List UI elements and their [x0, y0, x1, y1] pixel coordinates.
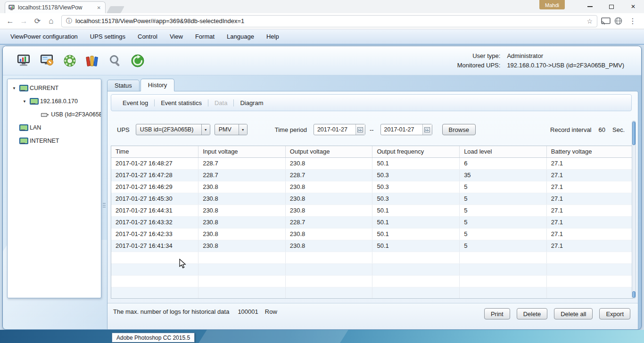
ups-select-value: USB id=(2F3A065B)	[136, 126, 198, 133]
date-from-input[interactable]	[314, 124, 355, 135]
history-table-body: 2017-01-27 16:48:27228.7230.850.1627.120…	[111, 157, 634, 299]
reload-button[interactable]: ⟳	[31, 15, 44, 27]
tree-item-label: 192.168.0.170	[40, 98, 78, 105]
export-button[interactable]: Export	[599, 308, 630, 319]
delete-all-button[interactable]: Delete all	[554, 308, 593, 319]
expand-arrow-icon[interactable]: ▼	[11, 86, 17, 90]
tab-status[interactable]: Status	[107, 80, 140, 91]
minimize-button[interactable]	[579, 0, 601, 13]
menu-item-language[interactable]: Language	[227, 33, 254, 40]
table-cell: 228.7	[285, 169, 372, 181]
new-tab-button[interactable]	[107, 6, 124, 13]
date-to-input[interactable]	[381, 124, 422, 135]
column-header-time[interactable]: Time	[111, 146, 198, 157]
extension-icon[interactable]	[614, 17, 622, 25]
print-button[interactable]: Print	[484, 308, 510, 319]
settings-gear-icon[interactable]	[63, 54, 76, 67]
table-cell: 6	[460, 157, 547, 169]
table-row[interactable]: 2017-01-27 16:45:30230.8230.850.3527.1	[111, 193, 634, 204]
menu-item-viewpower-configuration[interactable]: ViewPower configuration	[10, 33, 78, 40]
table-cell: 27.1	[546, 169, 634, 181]
column-header-battery-voltage[interactable]: Battery voltage	[546, 146, 634, 157]
table-row[interactable]: 2017-01-27 16:47:28228.7228.750.33527.1	[111, 169, 634, 181]
tree-item-usb-id-2f3a065b-p[interactable]: USB (Id=2F3A065B_P	[8, 108, 101, 121]
tab-close-icon[interactable]: ✕	[96, 4, 102, 11]
refresh-icon[interactable]	[131, 54, 145, 68]
scrollbar-bottom-cap[interactable]	[632, 291, 636, 298]
browse-button[interactable]: Browse	[442, 124, 476, 135]
delete-button[interactable]: Delete	[517, 308, 548, 319]
subtab-data: Data	[208, 99, 233, 106]
calendar-button[interactable]	[422, 124, 432, 135]
table-header-row: TimeInput voltageOutput voltageOutput fr…	[111, 146, 634, 157]
chevron-down-icon[interactable]: ▼	[239, 124, 247, 135]
url-box[interactable]: ⓘ localhost:15178/ViewPower/#app=369&98d…	[61, 15, 597, 27]
table-row[interactable]: 2017-01-27 16:48:27228.7230.850.1627.1	[111, 157, 634, 169]
vertical-scrollbar[interactable]	[632, 121, 636, 299]
column-header-output-voltage[interactable]: Output voltage	[285, 146, 372, 157]
subtab-event-log[interactable]: Event log	[116, 99, 154, 106]
tree-splitter-handle[interactable]	[103, 197, 106, 213]
scrollbar-thumb[interactable]	[632, 122, 636, 145]
table-cell	[372, 275, 460, 287]
monitor-icon	[19, 138, 27, 144]
menu-item-control[interactable]: Control	[138, 33, 157, 40]
table-row-empty	[111, 275, 634, 287]
forward-button[interactable]: →	[17, 15, 30, 27]
menu-item-help[interactable]: Help	[266, 33, 279, 40]
monitor-config-icon[interactable]	[40, 54, 54, 67]
bookmark-star-icon[interactable]: ☆	[586, 17, 593, 25]
column-header-load-level[interactable]: Load level	[460, 146, 547, 157]
expand-arrow-icon[interactable]: ▼	[22, 99, 27, 104]
table-cell: 228.7	[198, 157, 286, 169]
table-cell	[372, 263, 460, 275]
table-cell: 5	[460, 204, 547, 216]
desktop-strip	[0, 330, 644, 343]
page-info-icon[interactable]: ⓘ	[66, 17, 72, 25]
table-row[interactable]: 2017-01-27 16:46:29230.8230.850.3527.1	[111, 181, 634, 193]
chevron-down-icon[interactable]: ▼	[201, 124, 210, 135]
table-row[interactable]: 2017-01-27 16:43:32230.8228.750.1527.1	[111, 216, 634, 228]
table-cell: 27.1	[546, 240, 634, 252]
close-button[interactable]: ✕	[622, 0, 644, 13]
monitored-ups-value: 192.168.0.170->USB (id=2F3A065B_PMV)	[507, 62, 624, 69]
tree-item-lan[interactable]: LAN	[8, 121, 101, 134]
minimize-icon	[587, 6, 593, 7]
column-header-output-frequency[interactable]: Output frequency	[372, 146, 460, 157]
close-icon: ✕	[631, 3, 636, 10]
monitor-icon	[19, 85, 27, 91]
search-icon[interactable]	[108, 54, 122, 67]
table-row[interactable]: 2017-01-27 16:44:31230.8230.850.1527.1	[111, 204, 634, 216]
table-row[interactable]: 2017-01-27 16:41:34230.8230.850.1527.1	[111, 240, 634, 252]
monitored-ups-label: Monitored UPS:	[457, 62, 501, 69]
reports-icon[interactable]	[85, 54, 99, 67]
tab-history[interactable]: History	[140, 79, 174, 91]
menu-item-view[interactable]: View	[170, 33, 183, 40]
history-subtabs: Event logEvent statisticsDataDiagram	[111, 94, 632, 111]
maximize-button[interactable]	[601, 0, 622, 13]
chrome-profile-badge[interactable]: Mahdi	[539, 0, 565, 9]
cast-icon[interactable]	[601, 17, 611, 24]
tree-item-internet[interactable]: INTERNET	[8, 134, 101, 147]
column-header-input-voltage[interactable]: Input voltage	[198, 146, 286, 157]
subtab-diagram[interactable]: Diagram	[234, 99, 269, 106]
calendar-button[interactable]	[355, 124, 365, 135]
chrome-menu-icon[interactable]: ⋮	[626, 16, 639, 25]
browser-tab[interactable]: localhost:15178/ViewPow ✕	[5, 1, 106, 13]
tree-item-192-168-0-170[interactable]: ▼192.168.0.170	[8, 95, 101, 108]
max-logs-value: 100001	[238, 308, 258, 315]
table-cell	[460, 275, 547, 287]
table-cell	[546, 275, 634, 287]
table-row[interactable]: 2017-01-27 16:42:33230.8230.850.1527.1	[111, 228, 634, 240]
ups-select[interactable]: USB id=(2F3A065B) ▼	[136, 124, 210, 135]
back-button[interactable]: ←	[4, 15, 17, 27]
subtab-event-statistics[interactable]: Event statistics	[155, 99, 208, 106]
date-range-separator: --	[370, 126, 374, 133]
menu-item-format[interactable]: Format	[195, 33, 215, 40]
tree-item-current[interactable]: ▼CURRENT	[8, 82, 101, 95]
monitor-chart-icon[interactable]	[17, 54, 31, 67]
menu-item-ups-settings[interactable]: UPS settings	[90, 33, 125, 40]
home-button[interactable]: ⌂	[45, 15, 58, 27]
url-text[interactable]: localhost:15178/ViewPower/#app=369&98db-…	[75, 17, 583, 24]
phase-select[interactable]: PMV ▼	[215, 124, 248, 135]
